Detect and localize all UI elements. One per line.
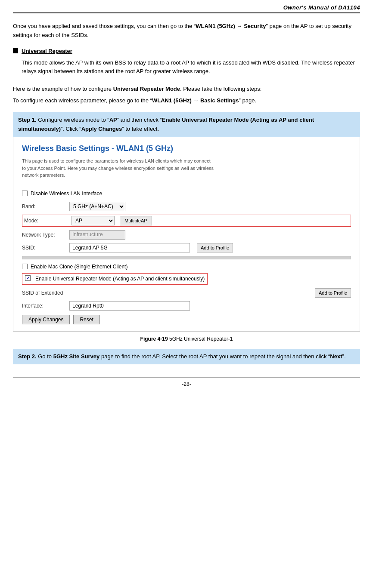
ssid-label: SSID: [22, 245, 69, 251]
mode-row: Mode: AP MultipleAP [22, 215, 351, 227]
page-container: Owner's Manual of DA1104 Once you have a… [0, 0, 373, 588]
mode-label: Mode: [24, 218, 71, 224]
universal-repeater-label: Enable Universal Repeater Mode (Acting a… [35, 275, 205, 283]
step1-box: Step 1. Configure wireless mode to “AP” … [13, 112, 360, 137]
figure-label: Figure 4-19 [140, 336, 168, 342]
band-select[interactable]: 5 GHz (A+N+AC) [69, 202, 125, 211]
disable-wireless-checkbox[interactable] [22, 191, 28, 196]
screenshot-title: Wireless Basic Settings - WLAN1 (5 GHz) [22, 144, 351, 153]
universal-repeater-checkbox[interactable] [25, 275, 31, 281]
intro-text: Once you have applied and saved those se… [13, 22, 360, 40]
ssid-extended-label: SSID of Extended [22, 290, 78, 296]
page-number: -28- [13, 377, 360, 387]
screenshot-desc: This page is used to configure the param… [22, 157, 351, 179]
header-bar: Owner's Manual of DA1104 [13, 4, 360, 13]
disable-wireless-label: Disable Wireless LAN Interface [31, 191, 102, 197]
apply-changes-button[interactable]: Apply Changes [22, 315, 70, 324]
mac-clone-label: Enable Mac Clone (Single Ethernet Client… [31, 264, 127, 270]
figure-caption: Figure 4-19 5GHz Universal Repeater-1 [13, 336, 360, 342]
universal-repeater-row: Enable Universal Repeater Mode (Acting a… [22, 273, 208, 285]
step1-label: Step 1. [18, 117, 37, 123]
ssid-input[interactable] [69, 243, 190, 252]
header-title: Owner's Manual of DA1104 [283, 4, 360, 11]
screenshot-container: Wireless Basic Settings - WLAN1 (5 GHz) … [13, 137, 360, 331]
step2-box: Step 2. Go to 5GHz Site Survey page to f… [13, 349, 360, 365]
mode-select[interactable]: AP [71, 216, 115, 225]
example-intro: Here is the example of how to configure … [13, 85, 360, 94]
network-type-value: Infrastructure [69, 230, 125, 240]
mac-clone-checkbox[interactable] [22, 264, 28, 269]
interface-label: Interface: [22, 303, 69, 309]
network-type-row: Network Type: Infrastructure [22, 230, 351, 240]
band-row: Band: 5 GHz (A+N+AC) [22, 202, 351, 211]
disable-wireless-row: Disable Wireless LAN Interface [22, 191, 351, 197]
add-to-profile-button-2[interactable]: Add to Profile [315, 288, 351, 298]
button-row: Apply Changes Reset [22, 315, 351, 324]
step2-label: Step 2. [18, 353, 37, 360]
interface-input[interactable] [69, 301, 190, 311]
reset-button[interactable]: Reset [73, 315, 99, 324]
step2-highlight: 5GHz Site Survey [53, 353, 100, 360]
example-nav: To configure each wireless parameter, pl… [13, 96, 360, 105]
mac-clone-row: Enable Mac Clone (Single Ethernet Client… [22, 264, 351, 270]
network-type-label: Network Type: [22, 232, 69, 238]
scrollbar-area[interactable] [22, 256, 351, 259]
figure-text: 5GHz Universal Repeater-1 [169, 336, 233, 342]
ssid-row: SSID: Add to Profile [22, 243, 351, 252]
add-to-profile-button-1[interactable]: Add to Profile [197, 243, 233, 252]
bullet-square-icon [13, 48, 18, 53]
divider1 [22, 186, 351, 186]
section-heading: Universal Repeater [13, 48, 360, 54]
ssid-extended-row: SSID of Extended Add to Profile [22, 288, 351, 298]
section-title: Universal Repeater [22, 48, 72, 54]
multipleap-button[interactable]: MultipleAP [120, 216, 152, 225]
interface-row: Interface: [22, 301, 351, 311]
band-label: Band: [22, 203, 69, 209]
section-desc: This mode allows the AP with its own BSS… [22, 58, 360, 77]
